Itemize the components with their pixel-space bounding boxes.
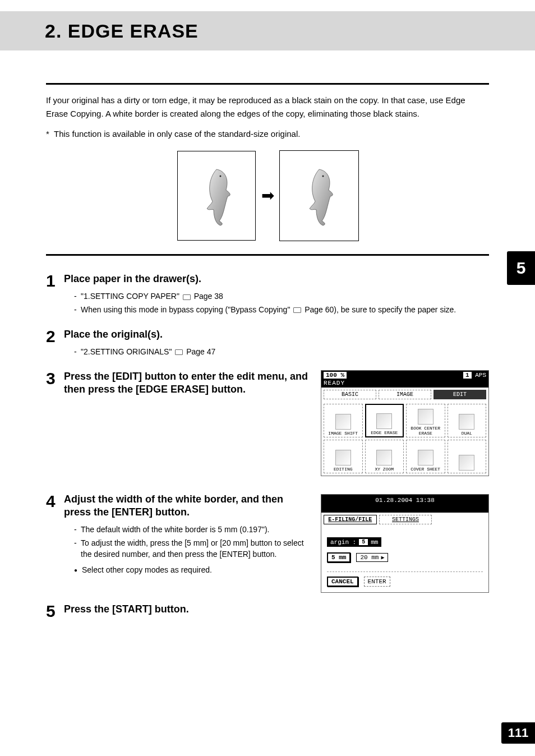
step-bullet: Select other copy modes as required. — [74, 565, 313, 574]
lcd-count: 1 — [463, 372, 472, 379]
intro-note: *This function is available in only case… — [46, 127, 489, 141]
book-icon — [293, 307, 301, 313]
step-title: Press the [EDIT] button to enter the edi… — [64, 370, 313, 397]
svg-point-0 — [219, 176, 221, 177]
editing-icon — [335, 450, 351, 465]
xy-zoom-icon — [376, 450, 392, 465]
step-number: 2 — [46, 328, 64, 360]
step-title: Press the [START] button. — [64, 603, 489, 616]
chapter-side-tab: 5 — [507, 251, 535, 285]
intro-section: If your original has a dirty or torn edg… — [46, 83, 489, 256]
step-title: Adjust the width of the white border, an… — [64, 493, 313, 519]
lcd-btn-xy-zoom[interactable]: XY ZOOM — [365, 440, 404, 473]
lcd-tab-basic[interactable]: BASIC — [324, 390, 376, 399]
triangle-right-icon: ▶ — [381, 554, 384, 561]
lcd-margin-label: argin : 5 mm — [327, 537, 381, 547]
step-number: 1 — [46, 273, 64, 318]
lcd-tab-image[interactable]: IMAGE — [379, 390, 431, 399]
lcd-tab-edit[interactable]: EDIT — [433, 390, 486, 399]
step-4: 4 Adjust the width of the white border, … — [46, 493, 489, 593]
more-icon — [459, 455, 474, 471]
arrow-right-icon: ➡ — [261, 183, 274, 209]
lcd-btn-dual[interactable]: DUAL — [448, 404, 487, 437]
chapter-title-bar: 2. EDGE ERASE — [0, 11, 535, 50]
lcd-btn-edge-erase[interactable]: EDGE ERASE — [365, 404, 404, 437]
illustration-row: ➡ — [46, 151, 489, 241]
step-sub: To adjust the width, press the [5 mm] or… — [74, 538, 313, 560]
lcd-mode: APS — [475, 372, 486, 379]
lcd-btn-image-shift[interactable]: IMAGE SHIFT — [324, 404, 363, 437]
page-shift-icon — [335, 414, 351, 430]
dolphin-icon — [299, 165, 339, 227]
lcd-ready: READY — [324, 379, 486, 386]
intro-paragraph: If your original has a dirty or torn edg… — [46, 94, 489, 121]
rule-bottom — [46, 254, 489, 256]
lcd-btn-cover-sheet[interactable]: COVER SHEET — [406, 440, 445, 473]
lcd-btn-5mm[interactable]: 5 mm — [327, 552, 350, 563]
step-sub: The default width of the white border is… — [74, 524, 313, 536]
lcd-screenshot-edit-menu: 100 % 1 APS READY BASIC IMAGE EDIT IMAGE… — [321, 370, 489, 476]
step-sub: "1.SETTING COPY PAPER" Page 38 — [74, 291, 489, 302]
step-sub: When using this mode in bypass copying (… — [74, 305, 489, 316]
lcd-btn-20mm[interactable]: 20 mm▶ — [356, 553, 388, 562]
step-number: 4 — [46, 493, 64, 593]
page-number: 111 — [501, 722, 535, 744]
rule-top — [46, 83, 489, 85]
dual-page-icon — [459, 414, 474, 430]
step-title: Place paper in the drawer(s). — [64, 273, 489, 285]
chapter-title: 2. EDGE ERASE — [45, 20, 199, 42]
step-1: 1 Place paper in the drawer(s). "1.SETTI… — [46, 273, 489, 318]
lcd-margin-value: 5 — [358, 538, 368, 546]
lcd-tab-efiling[interactable]: E-FILING/FILE — [324, 515, 377, 524]
book-center-icon — [418, 409, 433, 425]
svg-point-1 — [322, 176, 324, 177]
lcd-datetime: 01.28.2004 13:38 — [321, 495, 488, 513]
step-sub: "2.SETTING ORIGINALS" Page 47 — [74, 347, 489, 358]
illustration-after — [280, 151, 358, 241]
intro-note-text: This function is available in only case … — [54, 129, 300, 139]
lcd-btn-book-center-erase[interactable]: BOOK CENTER ERASE — [406, 404, 445, 437]
step-2: 2 Place the original(s). "2.SETTING ORIG… — [46, 328, 489, 360]
lcd-zoom: 100 % — [324, 372, 347, 379]
book-icon — [183, 294, 191, 300]
cover-sheet-icon — [418, 450, 433, 465]
lcd-tab-settings[interactable]: SETTINGS — [379, 515, 432, 524]
step-number: 3 — [46, 370, 64, 476]
step-5: 5 Press the [START] button. — [46, 603, 489, 621]
steps-section: 1 Place paper in the drawer(s). "1.SETTI… — [46, 273, 489, 631]
step-number: 5 — [46, 603, 64, 621]
book-icon — [175, 349, 183, 355]
lcd-screenshot-margin: 01.28.2004 13:38 E-FILING/FILE SETTINGS … — [321, 494, 489, 593]
step-title: Place the original(s). — [64, 328, 489, 341]
edge-erase-icon — [376, 413, 392, 429]
dolphin-icon — [197, 165, 236, 227]
illustration-before — [177, 151, 256, 241]
step-3: 3 Press the [EDIT] button to enter the e… — [46, 370, 489, 476]
lcd-btn-enter[interactable]: ENTER — [364, 577, 390, 587]
lcd-btn-editing[interactable]: EDITING — [324, 440, 363, 473]
lcd-btn-cancel[interactable]: CANCEL — [327, 577, 358, 587]
lcd-btn-more[interactable] — [448, 440, 487, 473]
